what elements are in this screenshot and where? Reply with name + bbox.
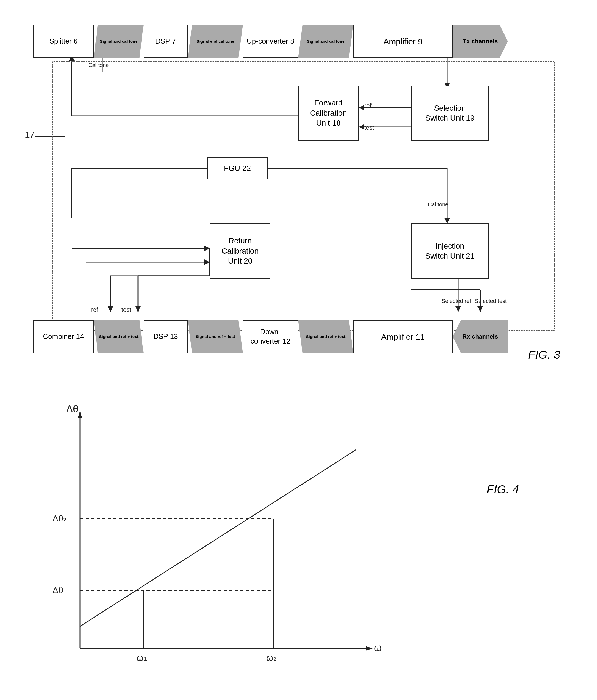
svg-text:Δθ₁: Δθ₁ [52,585,67,595]
fig3-title: FIG. 3 [528,348,560,361]
test-label-bot: test [121,306,131,314]
svg-text:ω: ω [374,642,382,653]
fig3-diagram: 17 Splitter 6 Signal and cal tone DSP 7 … [17,8,574,361]
downconverter-block: Down- converter 12 [243,320,298,353]
label-17: 17 [25,130,35,140]
fig4-title: FIG. 4 [487,483,519,496]
upconverter-block: Up-converter 8 [243,25,298,58]
ref-label-top: ref [364,102,372,109]
splitter-block: Splitter 6 [33,25,94,58]
fig4-chart: Δθ ω Δθ₂ Δθ₁ ω₁ ω₂ [39,400,425,690]
combiner-block: Combiner 14 [33,320,94,353]
svg-text:ω₁: ω₁ [136,653,147,663]
svg-text:Δθ₂: Δθ₂ [52,514,67,523]
amplifier9-block: Amplifier 9 [353,25,453,58]
svg-marker-37 [78,411,82,418]
dsp7-block: DSP 7 [144,25,188,58]
signal-arrow-bot-3: Signal end ref + test [298,320,353,353]
rx-channels: Rx channels [453,320,508,353]
cal-tone-label-top: Cal tone [88,62,109,69]
signal-arrow-3: Signal and cal tone [298,25,353,58]
amplifier11-block: Amplifier 11 [353,320,453,353]
fgu-block: FGU 22 [207,157,268,179]
selected-test-label: Selected test [475,298,507,304]
dsp13-block: DSP 13 [144,320,188,353]
fcu-block: Forward Calibration Unit 18 [298,85,359,141]
svg-text:Δθ: Δθ [66,403,78,415]
ref-label-bot: ref [91,306,98,314]
test-label-top: test [364,124,374,131]
rcu-block: Return Calibration Unit 20 [210,224,271,279]
isu-block: Injection Switch Unit 21 [411,224,489,279]
svg-marker-39 [366,646,373,651]
signal-arrow-bot-2: Signal and ref + test [188,320,243,353]
signal-arrow-bot-1: Signal end ref + test [94,320,144,353]
svg-line-40 [80,450,356,626]
selected-ref-label: Selected ref [442,298,471,304]
signal-arrow-2: Signal end cal tone [188,25,243,58]
fig4-diagram: Δθ ω Δθ₂ Δθ₁ ω₁ ω₂ FIG. 4 [17,386,574,690]
tx-channels: Tx channels [453,25,508,58]
ssu-block: Selection Switch Unit 19 [411,85,489,141]
cal-tone-label-mid: Cal tone [428,201,448,208]
svg-text:ω₂: ω₂ [266,653,277,663]
signal-arrow-1: Signal and cal tone [94,25,144,58]
